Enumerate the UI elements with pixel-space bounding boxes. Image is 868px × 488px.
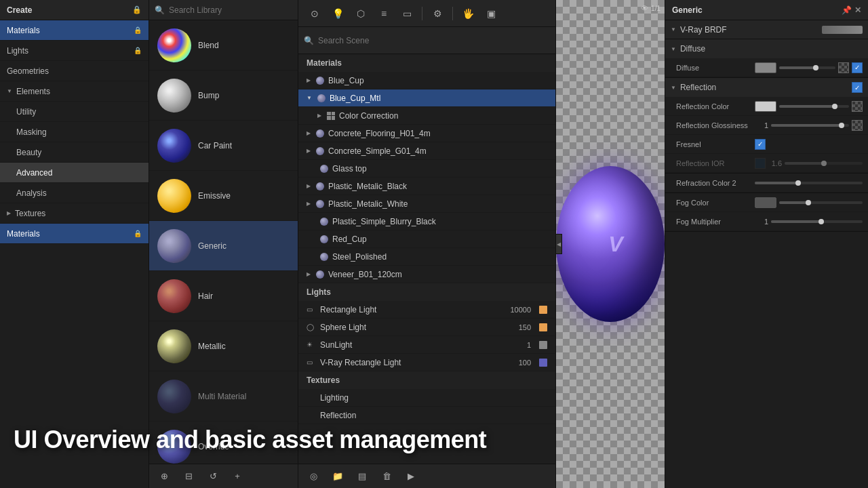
diffuse-section-header[interactable]: ▼ Diffuse bbox=[665, 39, 868, 58]
fog-color-swatch[interactable] bbox=[755, 197, 776, 208]
sidebar-item-beauty[interactable]: Beauty bbox=[0, 142, 149, 163]
plastic-black-sphere-icon bbox=[316, 182, 324, 190]
toolbar-btn-layers[interactable]: ≡ bbox=[373, 4, 395, 23]
sidebar-item-materials[interactable]: Materials 🔒 bbox=[0, 20, 149, 41]
scene-item-glass-top[interactable]: Glass top bbox=[298, 160, 555, 178]
sidebar-item-elements[interactable]: ▼ Elements bbox=[0, 81, 149, 102]
sidebar-item-textures[interactable]: ▶ Textures bbox=[0, 203, 149, 224]
library-remove-btn[interactable]: ⊟ bbox=[179, 468, 198, 485]
library-item-hair[interactable]: Hair bbox=[149, 271, 298, 321]
library-refresh-btn[interactable]: ↺ bbox=[203, 468, 222, 485]
fog-multiplier-slider[interactable] bbox=[771, 220, 863, 223]
scene-play-btn[interactable]: ▶ bbox=[401, 468, 420, 485]
rect-light-value: 10000 bbox=[510, 306, 531, 314]
library-search-input[interactable] bbox=[169, 5, 292, 15]
sidebar-item-lights[interactable]: Lights 🔒 bbox=[0, 41, 149, 61]
concrete-simple-sphere-icon bbox=[316, 147, 324, 155]
scene-item-veneer[interactable]: ▶ Veneer_B01_120cm bbox=[298, 266, 555, 283]
library-item-carpaint[interactable]: Car Paint bbox=[149, 121, 298, 171]
fog-multiplier-thumb bbox=[818, 219, 824, 224]
refraction-color2-slider[interactable] bbox=[755, 182, 863, 184]
scene-add-btn[interactable]: ◎ bbox=[304, 468, 323, 485]
scene-delete-btn[interactable]: 🗑 bbox=[377, 468, 396, 485]
sidebar-item-materials2[interactable]: Materials 🔒 bbox=[0, 224, 149, 244]
reflection-toggle-on[interactable]: ✓ bbox=[852, 82, 863, 93]
scene-item-rect-light[interactable]: ▭ Rectangle Light 10000 bbox=[298, 301, 555, 319]
scene-list-btn[interactable]: ▤ bbox=[353, 468, 372, 485]
vray-brdf-label: V-Ray BRDF bbox=[680, 25, 727, 35]
reflection-checker-icon[interactable] bbox=[852, 101, 863, 112]
refraction-color2-label: Refraction Color 2 bbox=[676, 179, 751, 187]
reflection-color-slider[interactable] bbox=[779, 105, 849, 108]
eye-icon: 👁 bbox=[641, 4, 648, 12]
scene-item-concrete-h01[interactable]: ▶ Concrete_Flooring_H01_4m bbox=[298, 125, 555, 142]
scene-folder-btn[interactable]: 📁 bbox=[328, 468, 347, 485]
reflection-section-header[interactable]: ▼ Reflection ✓ bbox=[665, 78, 868, 97]
refraction-color2-thumb bbox=[795, 180, 801, 186]
reflection-glossiness-checker[interactable] bbox=[852, 120, 863, 131]
toolbar-btn-rect[interactable]: ▭ bbox=[396, 4, 418, 23]
scene-item-sun-light[interactable]: ☀ SunLight 1 bbox=[298, 336, 555, 354]
library-new-btn[interactable]: + bbox=[228, 468, 247, 485]
diffuse-slider[interactable] bbox=[779, 66, 835, 69]
refraction-color2-track bbox=[755, 182, 798, 184]
toolbar-btn-settings[interactable]: ⚙ bbox=[427, 4, 448, 23]
reflection-glossiness-slider[interactable] bbox=[771, 124, 849, 127]
library-item-generic[interactable]: Generic bbox=[149, 221, 298, 271]
scene-item-plastic-black[interactable]: ▶ Plastic_Metalic_Black bbox=[298, 178, 555, 195]
library-item-override[interactable]: Override bbox=[149, 422, 298, 464]
scene-item-red-cup[interactable]: Red_Cup bbox=[298, 230, 555, 248]
toolbar-btn-geo[interactable]: ⬡ bbox=[350, 4, 372, 23]
library-item-multi[interactable]: Multi Material bbox=[149, 371, 298, 422]
scene-item-concrete-simple[interactable]: ▶ Concrete_Simple_G01_4m bbox=[298, 142, 555, 160]
sphere-multi bbox=[157, 380, 191, 413]
sidebar-item-masking[interactable]: Masking bbox=[0, 122, 149, 142]
fog-color-slider[interactable] bbox=[779, 201, 863, 204]
diffuse-color-swatch[interactable] bbox=[755, 62, 776, 73]
sidebar-item-analysis[interactable]: Analysis bbox=[0, 183, 149, 203]
scene-item-sphere-light[interactable]: ◯ Sphere Light 150 bbox=[298, 319, 555, 336]
library-item-blend[interactable]: Blend bbox=[149, 20, 298, 70]
scene-item-plastic-blurry[interactable]: Plastic_Simple_Blurry_Black bbox=[298, 213, 555, 230]
library-items-list: Blend Bump Car Paint Emissive Generic Ha… bbox=[149, 20, 298, 464]
fog-multiplier-value: 1 bbox=[755, 218, 768, 226]
library-item-bump[interactable]: Bump bbox=[149, 70, 298, 121]
scene-item-steel[interactable]: Steel_Polished bbox=[298, 248, 555, 266]
blue-cup-mtl-expand-icon: ▼ bbox=[307, 95, 312, 101]
reflection-ior-row: Reflection IOR 1.6 bbox=[665, 154, 868, 173]
scene-item-reflection-tex[interactable]: Reflection bbox=[298, 407, 555, 424]
sidebar-item-advanced[interactable]: Advanced bbox=[0, 163, 149, 183]
library-item-emissive[interactable]: Emissive bbox=[149, 171, 298, 221]
library-item-name-hair: Hair bbox=[198, 291, 213, 301]
library-add-btn[interactable]: ⊕ bbox=[155, 468, 174, 485]
scene-search-input[interactable] bbox=[318, 36, 550, 45]
toolbar-btn-grid[interactable]: ▣ bbox=[480, 4, 502, 23]
fresnel-checkbox[interactable]: ✓ bbox=[755, 139, 766, 150]
scene-item-plastic-white[interactable]: ▶ Plastic_Metalic_White bbox=[298, 195, 555, 213]
diffuse-checker-icon[interactable] bbox=[838, 62, 849, 73]
library-item-metallic[interactable]: Metallic bbox=[149, 321, 298, 371]
fog-multiplier-track bbox=[771, 220, 821, 223]
sidebar-item-geometries[interactable]: Geometries bbox=[0, 61, 149, 81]
sidebar-lock-lights: 🔒 bbox=[134, 47, 142, 54]
diffuse-toggle[interactable]: ✓ bbox=[852, 62, 863, 73]
scene-item-blue-cup-mtl[interactable]: ▼ Blue_Cup_Mtl bbox=[298, 89, 555, 107]
sidebar-item-utility[interactable]: Utility bbox=[0, 102, 149, 122]
scene-item-blue-cup[interactable]: ▶ Blue_Cup bbox=[298, 72, 555, 89]
reflection-enable-toggle[interactable]: ✓ bbox=[852, 82, 863, 93]
scene-item-lighting[interactable]: Lighting bbox=[298, 389, 555, 407]
props-close-icon[interactable]: ✕ bbox=[854, 5, 861, 15]
scene-item-color-correction[interactable]: ▶ Color Correction bbox=[298, 107, 555, 125]
props-header-controls: 📌 ✕ bbox=[842, 5, 861, 15]
sphere-carpaint bbox=[157, 129, 191, 163]
reflection-color-swatch[interactable] bbox=[755, 101, 776, 112]
reflection-color-thumb bbox=[832, 104, 837, 109]
toolbar-btn-light[interactable]: 💡 bbox=[327, 4, 349, 23]
scene-item-vray-rect[interactable]: ▭ V-Ray Rectangle Light 100 bbox=[298, 354, 555, 371]
sun-light-icon: ☀ bbox=[307, 341, 316, 348]
reflection-ior-thumb bbox=[821, 161, 827, 166]
scene-item-name-blue-cup-mtl: Blue_Cup_Mtl bbox=[330, 94, 547, 103]
toolbar-btn-object[interactable]: ⊙ bbox=[304, 4, 326, 23]
toolbar-btn-hand[interactable]: 🖐 bbox=[457, 4, 479, 23]
scene-collapse-btn[interactable]: ◀ bbox=[555, 234, 562, 254]
